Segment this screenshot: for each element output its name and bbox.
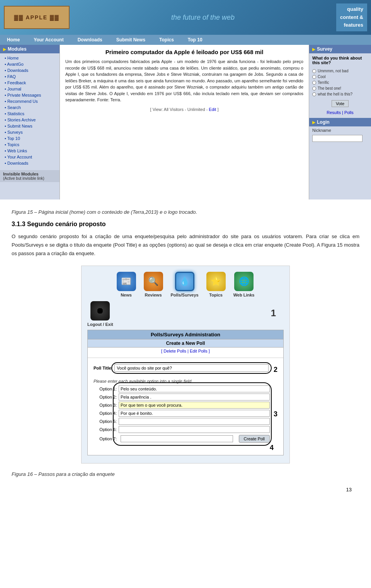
option-label-4: Option 4:	[94, 411, 117, 416]
step-1-number: 1	[271, 308, 276, 319]
sidebar-link-home[interactable]: Home	[0, 55, 60, 61]
option-input-3[interactable]	[119, 402, 270, 409]
poll-form: Poll Title: 2 Please enter each availabl…	[88, 361, 283, 455]
polls-link[interactable]: Polls	[344, 110, 354, 115]
icon-web-links[interactable]: 🌐 Web Links	[233, 272, 255, 297]
option-label-2: Option 2:	[94, 395, 117, 399]
sidebar-link-top10[interactable]: Top 10	[0, 135, 60, 141]
delete-polls-link[interactable]: Delete Polls	[163, 349, 186, 353]
poll-title-label: Poll Title:	[94, 366, 112, 370]
create-poll-button[interactable]: Create Poll	[239, 435, 270, 443]
sidebar-link-stories-archive[interactable]: Stories Archive	[0, 117, 60, 123]
option-input-5[interactable]	[119, 418, 270, 425]
sidebar-link-search[interactable]: Search	[0, 104, 60, 111]
sidebar-link-downloads[interactable]: Downloads	[0, 67, 60, 73]
login-header: ▶ Login	[309, 118, 371, 126]
sidebar-link-feedback[interactable]: Feedback	[0, 80, 60, 86]
article-edit-link[interactable]: Edit	[209, 107, 216, 112]
news-icon: 📰	[117, 272, 136, 291]
nickname-input[interactable]	[312, 135, 362, 142]
radio-icon	[312, 69, 316, 73]
left-sidebar: ▶ Modules Home AvantGo Downloads FAQ Fee…	[0, 45, 60, 199]
survey-option-5[interactable]: what the hell is this?	[312, 91, 368, 97]
nav-account[interactable]: Your Account	[27, 35, 70, 45]
sidebar-link-topics[interactable]: Topics	[0, 141, 60, 148]
option-input-6[interactable]	[119, 426, 270, 433]
sidebar-link-downloads2[interactable]: Downloads	[0, 160, 60, 166]
icon-news[interactable]: 📰 News	[117, 272, 136, 297]
options-instruction: Please enter each available option into …	[94, 379, 277, 383]
sidebar-link-journal[interactable]: Journal	[0, 86, 60, 92]
icon-topics[interactable]: ⭐ Topics	[206, 272, 226, 297]
sidebar-link-avantgo[interactable]: AvantGo	[0, 61, 60, 67]
sidebar-link-faq[interactable]: FAQ	[0, 73, 60, 80]
login-nickname-label: Nickname	[309, 126, 371, 134]
option-row-4: Option 4:	[94, 410, 270, 417]
option-row-5: Option 5:	[94, 418, 270, 425]
nav-top10[interactable]: Top 10	[181, 35, 209, 45]
option-input-1[interactable]	[119, 385, 270, 392]
body-text-1: O segundo cenário proposto foi a criação…	[12, 232, 359, 258]
admin-panel: Polls/Surveys Administration Create a Ne…	[87, 330, 284, 455]
sidebar-links: Home AvantGo Downloads FAQ Feedback Jour…	[0, 53, 60, 168]
option-input-7[interactable]	[121, 435, 233, 442]
login-arrow-icon: ▶	[312, 120, 315, 124]
admin-panel-header: Polls/Surveys Administration	[88, 330, 283, 339]
survey-option-1[interactable]: Ummmm, not bad	[312, 68, 368, 74]
topics-icon: ⭐	[206, 272, 226, 291]
right-sidebar: ▶ Survey What do you think about this si…	[309, 45, 371, 199]
article-footer: [ View: All Visitors - Unlimited - Edit …	[65, 107, 303, 112]
radio-icon	[312, 75, 316, 79]
sidebar-link-web-links[interactable]: Web Links	[0, 148, 60, 154]
survey-header: ▶ Survey	[309, 45, 371, 53]
survey-question: What do you think about this site?	[309, 53, 371, 67]
results-link[interactable]: Results	[327, 110, 341, 115]
option-row-6: Option 6:	[94, 426, 270, 433]
icon-polls-surveys[interactable]: 💧 Polls/Surveys	[171, 272, 199, 297]
results-polls-links: Results | Polls	[309, 109, 371, 116]
poll-title-input[interactable]	[114, 364, 269, 372]
weblinks-icon: 🌐	[234, 272, 254, 291]
survey-option-2[interactable]: Cool	[312, 74, 368, 80]
polls-label: Polls/Surveys	[171, 293, 199, 297]
figura15-caption: Figura 15 – Página inicial (home) com o …	[12, 209, 359, 215]
reviews-icon: 🔍	[144, 272, 163, 291]
sidebar-link-private-messages[interactable]: Private Messages	[0, 92, 60, 98]
article-body: Um dos primeiros computadores fabricados…	[65, 58, 303, 103]
sidebar-link-submit-news[interactable]: Submit News	[0, 123, 60, 129]
nav-home[interactable]: Home	[0, 35, 27, 45]
logo-text: ▓▓ APPLE ▓▓	[14, 14, 60, 20]
banner-tagline: the future of the web	[70, 14, 336, 22]
options-wrapper: Option 1: Option 2: Option 3:	[94, 385, 270, 443]
logout-label: Logout / Exit	[87, 322, 113, 327]
sidebar-arrow-icon: ▶	[3, 47, 6, 51]
nav-downloads[interactable]: Downloads	[71, 35, 109, 45]
figura16-caption: Figura 16 – Passos para a criação da enq…	[12, 471, 359, 477]
sidebar-link-your-account[interactable]: Your Account	[0, 154, 60, 160]
option-input-2[interactable]	[119, 394, 270, 401]
sidebar-link-statistics[interactable]: Statistics	[0, 111, 60, 117]
survey-option-4[interactable]: The best one!	[312, 85, 368, 91]
option-label-6: Option 6:	[94, 427, 117, 432]
body-content: Figura 15 – Página inicial (home) com o …	[0, 199, 371, 502]
edit-polls-link[interactable]: Edit Polls	[190, 349, 208, 353]
sidebar-link-surveys[interactable]: Surveys	[0, 129, 60, 135]
step-4-number: 4	[270, 444, 274, 452]
page-number: 13	[12, 483, 359, 496]
icon-logout[interactable]: ⏺ Logout / Exit	[87, 301, 113, 327]
nav-topics[interactable]: Topics	[152, 35, 181, 45]
vote-button[interactable]: Vote	[332, 100, 349, 107]
reviews-label: Reviews	[145, 293, 162, 297]
option-label-5: Option 5:	[94, 419, 117, 424]
main-article: Primeiro computador da Apple é leiloado …	[60, 45, 309, 199]
survey-option-3[interactable]: Terrific	[312, 80, 368, 85]
option-input-4[interactable]	[119, 410, 270, 417]
sidebar-link-recommend[interactable]: Recommend Us	[0, 98, 60, 104]
nav-submit-news[interactable]: Submit News	[109, 35, 152, 45]
survey-arrow-icon: ▶	[312, 47, 315, 51]
step-2-number: 2	[274, 366, 277, 374]
article-title: Primeiro computador da Apple é leiloado …	[65, 49, 303, 55]
radio-icon	[312, 92, 316, 96]
weblinks-label: Web Links	[233, 293, 255, 297]
icon-reviews[interactable]: 🔍 Reviews	[144, 272, 163, 297]
